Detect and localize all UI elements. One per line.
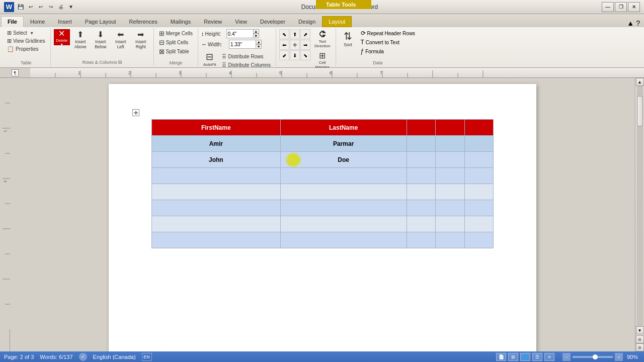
view-gridlines-button[interactable]: ⊞ View Gridlines [5, 37, 47, 45]
header-cell-5[interactable] [464, 120, 493, 136]
scroll-page-down[interactable]: ⊙ [636, 343, 644, 351]
split-cells-button[interactable]: ⊟ Split Cells [157, 38, 195, 47]
cell-r1-3[interactable] [407, 136, 435, 152]
cell-r7-4[interactable] [436, 232, 464, 248]
print-layout-button[interactable]: 📄 [496, 353, 506, 361]
cell-r4-4[interactable] [436, 184, 464, 200]
restore-button[interactable]: ❐ [615, 2, 627, 12]
minimize-button[interactable]: — [602, 2, 614, 12]
cell-r4-5[interactable] [464, 184, 493, 200]
doc-scroll-area[interactable]: ✛ FirstName LastName Amir Parmar [10, 78, 635, 351]
distribute-rows-button[interactable]: ⠿ Distribute Rows [220, 53, 272, 61]
cell-john-first[interactable]: John [152, 152, 281, 168]
tab-developer[interactable]: Developer [254, 16, 292, 27]
align-bottom-center-button[interactable]: ⬇ [290, 50, 300, 60]
rows-columns-dialog-launcher[interactable]: ⧉ [118, 59, 122, 65]
outline-button[interactable]: ☰ [532, 353, 542, 361]
cell-r6-5[interactable] [464, 216, 493, 232]
cell-r7-5[interactable] [464, 232, 493, 248]
merge-cells-button[interactable]: ⊞ Merge Cells [157, 29, 195, 38]
scroll-track[interactable] [636, 86, 643, 326]
text-direction-button[interactable]: ⮈ Text Direction [312, 29, 333, 49]
undo-button[interactable]: ↩ [26, 3, 35, 12]
cell-r6-4[interactable] [436, 216, 464, 232]
align-middle-left-button[interactable]: ⬅ [279, 40, 289, 50]
width-input[interactable]: ▲ ▼ [229, 40, 262, 49]
insert-right-button[interactable]: ➡ Insert Right [131, 29, 150, 50]
height-down[interactable]: ▼ [253, 34, 259, 38]
tab-page-layout[interactable]: Page Layout [78, 16, 123, 27]
tab-mailings[interactable]: Mailings [164, 16, 197, 27]
formula-button[interactable]: ƒ Formula [359, 47, 417, 55]
cell-r1-4[interactable] [436, 136, 464, 152]
align-top-left-button[interactable]: ⬉ [279, 29, 289, 39]
cell-r5-4[interactable] [436, 200, 464, 216]
zoom-in-button[interactable]: + [615, 353, 623, 361]
cell-r2-3[interactable] [407, 152, 435, 168]
cell-r7-1[interactable] [152, 232, 281, 248]
language-button[interactable]: EN [142, 353, 152, 361]
height-up[interactable]: ▲ [253, 29, 259, 34]
cell-r5-5[interactable] [464, 200, 493, 216]
cell-r1-5[interactable] [464, 136, 493, 152]
insert-left-button[interactable]: ⬅ Insert Left [111, 29, 130, 50]
width-up[interactable]: ▲ [256, 40, 262, 44]
cell-r7-3[interactable] [407, 232, 435, 248]
tab-insert[interactable]: Insert [51, 16, 78, 27]
cell-r5-3[interactable] [407, 200, 435, 216]
height-input[interactable]: ▲ ▼ [226, 29, 259, 38]
header-cell-4[interactable] [436, 120, 464, 136]
cell-r4-2[interactable] [280, 184, 407, 200]
cell-john-last[interactable]: Doe [280, 152, 407, 168]
align-middle-center-button[interactable]: ✛ [290, 40, 300, 50]
customize-qat-button[interactable]: ▼ [66, 3, 75, 12]
header-cell-lastname[interactable]: LastName [280, 120, 407, 136]
redo-button[interactable]: ↪ [46, 3, 55, 12]
align-middle-right-button[interactable]: ➡ [300, 40, 310, 50]
cell-r3-1[interactable] [152, 168, 281, 184]
align-bottom-left-button[interactable]: ⬋ [279, 50, 289, 60]
cell-r3-2[interactable] [280, 168, 407, 184]
insert-above-button[interactable]: ⬆ Insert Above [71, 29, 90, 50]
split-table-button[interactable]: ⊠ Split Table [157, 47, 195, 56]
close-button[interactable]: ✕ [628, 2, 640, 12]
tab-layout[interactable]: Layout [322, 16, 352, 27]
tab-references[interactable]: References [123, 16, 164, 27]
cell-r3-5[interactable] [464, 168, 493, 184]
delete-button[interactable]: ✕ Delete ▼ [54, 29, 70, 45]
tab-file[interactable]: File [1, 16, 24, 27]
cell-r3-4[interactable] [436, 168, 464, 184]
proofing-icon[interactable]: ✓ [79, 353, 87, 361]
tab-review[interactable]: Review [197, 16, 228, 27]
collapse-ribbon-button[interactable]: ▲ [627, 19, 634, 27]
table-move-handle[interactable]: ✛ [132, 109, 139, 116]
cell-r6-1[interactable] [152, 216, 281, 232]
undo2-button[interactable]: ↩ [36, 3, 45, 12]
tab-home[interactable]: Home [24, 16, 51, 27]
zoom-thumb[interactable] [593, 354, 598, 359]
cell-r7-2[interactable] [280, 232, 407, 248]
insert-below-button[interactable]: ⬇ Insert Below [91, 29, 110, 50]
zoom-slider[interactable] [573, 356, 613, 358]
scroll-page-up[interactable]: ⊙ [636, 335, 644, 343]
zoom-percent[interactable]: 90% [625, 354, 640, 360]
cell-r4-1[interactable] [152, 184, 281, 200]
cell-r4-3[interactable] [407, 184, 435, 200]
cell-r6-3[interactable] [407, 216, 435, 232]
scroll-thumb[interactable] [637, 96, 643, 126]
height-value[interactable] [228, 31, 253, 37]
width-down[interactable]: ▼ [256, 44, 262, 49]
cell-r5-2[interactable] [280, 200, 407, 216]
convert-to-text-button[interactable]: T Convert to Text [359, 38, 417, 46]
align-bottom-right-button[interactable]: ⬊ [300, 50, 310, 60]
cell-r2-5[interactable] [464, 152, 493, 168]
scroll-up-button[interactable]: ▲ [636, 78, 644, 86]
cell-r3-3[interactable] [407, 168, 435, 184]
width-value[interactable] [230, 42, 256, 47]
help-button[interactable]: ? [636, 19, 640, 27]
tab-view[interactable]: View [228, 16, 254, 27]
properties-button[interactable]: 📋 Properties [5, 45, 47, 53]
cell-amir-last[interactable]: Parmar [280, 136, 407, 152]
header-cell-3[interactable] [407, 120, 435, 136]
print-preview-button[interactable]: 🖨 [56, 3, 65, 12]
